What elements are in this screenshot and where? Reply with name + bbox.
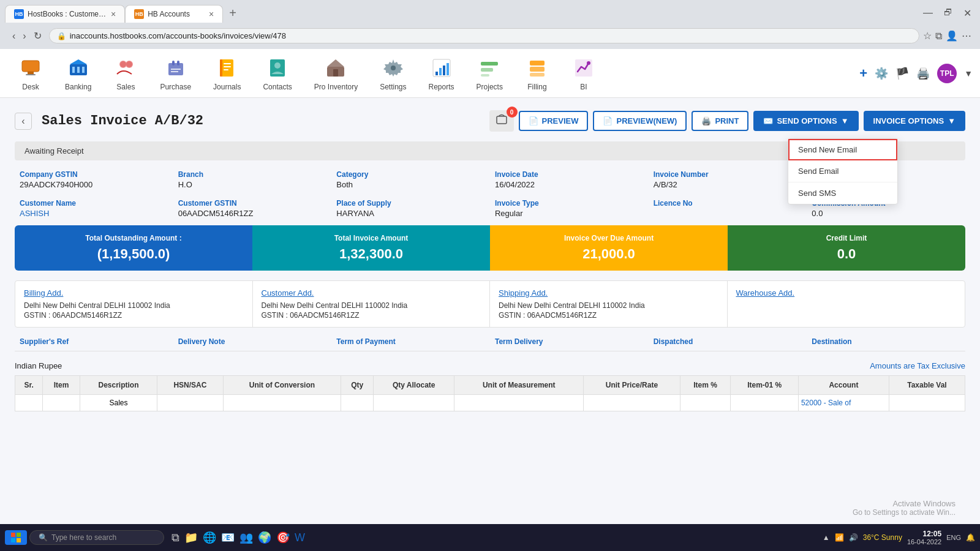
col-item-pct: Item % — [680, 376, 731, 395]
preview-new-button[interactable]: 📄 PREVIEW(NEW) — [593, 111, 687, 131]
tab1-label: HostBooks : Customer Portal — [28, 10, 107, 18]
notifications-button[interactable]: 0 — [489, 110, 514, 132]
print-button[interactable]: 🖨️ PRINT — [692, 111, 748, 131]
invoice-options-button[interactable]: INVOICE OPTIONS ▼ — [864, 111, 965, 131]
browser-chrome: HB HostBooks : Customer Portal × HB HB A… — [0, 0, 980, 49]
customer-name-value: ASHISH — [20, 209, 168, 218]
badge-count: 0 — [507, 107, 518, 118]
term-of-payment-label: Term of Payment — [331, 337, 490, 346]
nav-avatar[interactable]: TPL — [937, 64, 957, 83]
back-nav-btn[interactable]: ‹ — [10, 28, 18, 44]
svg-rect-13 — [172, 61, 175, 66]
projects-icon — [477, 56, 502, 80]
dropdown-send-sms[interactable]: Send SMS — [788, 182, 897, 204]
bookmark-btn[interactable]: ☆ — [923, 30, 932, 42]
col-sr: Sr. — [15, 376, 43, 395]
company-gstin-value: 29AADCK7940H000 — [20, 180, 168, 189]
col-item01-pct: Item-01 % — [731, 376, 799, 395]
browser-actions: ☆ ⧉ 👤 ⋯ — [919, 30, 975, 42]
minimize-btn[interactable]: — — [919, 6, 937, 20]
nav-add-btn[interactable]: + — [859, 66, 867, 81]
nav-settings-btn[interactable]: ⚙️ — [875, 67, 888, 80]
sidebar-item-journals[interactable]: Journals — [202, 51, 252, 96]
customer-gstin-value: 06AADCM5146R1ZZ — [178, 209, 327, 218]
svg-rect-39 — [530, 73, 545, 77]
tab1-favicon: HB — [14, 9, 24, 19]
svg-marker-4 — [70, 59, 87, 64]
address-bar-row: ‹ › ↻ 🔒 inaccounts.hostbooks.com/account… — [0, 23, 980, 49]
category-value: Both — [336, 180, 485, 189]
send-email-label: Send Email — [798, 167, 839, 176]
warehouse-address-block: Warehouse Add. — [728, 281, 965, 327]
tab2-close[interactable]: × — [209, 9, 214, 19]
contacts-icon — [265, 56, 290, 80]
reload-btn[interactable]: ↻ — [31, 28, 44, 44]
svg-rect-37 — [530, 61, 545, 66]
billing-address-line1: Delhi New Delhi Central DELHI 110002 Ind… — [24, 300, 244, 311]
shipping-address-link[interactable]: Shipping Add. — [499, 288, 718, 298]
sidebar-item-projects[interactable]: Projects — [466, 51, 514, 96]
svg-rect-34 — [481, 62, 498, 66]
sidebar-item-settings[interactable]: Settings — [369, 51, 417, 96]
nav-expand-btn[interactable]: ▼ — [964, 69, 973, 78]
settings-label: Settings — [380, 83, 406, 91]
sidebar-item-reports[interactable]: Reports — [418, 51, 466, 96]
warehouse-address-link[interactable]: Warehouse Add. — [736, 288, 957, 298]
credit-limit-card: Credit Limit 0.0 — [728, 225, 965, 271]
tab1-close[interactable]: × — [111, 9, 116, 19]
add-tab-button[interactable]: + — [223, 4, 243, 23]
maximize-btn[interactable]: 🗗 — [940, 6, 956, 20]
customer-address-block: Customer Add. Delhi New Delhi Central DE… — [253, 281, 491, 327]
svg-rect-32 — [443, 66, 445, 75]
filling-icon — [525, 56, 549, 80]
svg-rect-5 — [72, 67, 75, 73]
billing-address-link[interactable]: Billing Add. — [24, 288, 244, 298]
url-bar[interactable]: 🔒 inaccounts.hostbooks.com/accounts-book… — [49, 28, 919, 43]
preview-button[interactable]: 📄 PREVIEW — [519, 111, 589, 131]
invoice-amount-value: 1,32,300.0 — [265, 246, 478, 262]
sidebar-item-desk[interactable]: Desk — [7, 51, 54, 96]
nav-print-btn[interactable]: 🖨️ — [916, 67, 930, 80]
send-options-chevron: ▼ — [841, 116, 849, 126]
forward-nav-btn[interactable]: › — [20, 28, 28, 44]
reports-label: Reports — [429, 83, 454, 91]
nav-avatar-text: TPL — [940, 69, 954, 78]
col-qty: Qty — [341, 376, 374, 395]
suppliers-ref-label: Supplier's Ref — [15, 337, 173, 346]
col-account: Account — [798, 376, 889, 395]
invoice-amount-label: Total Invoice Amount — [265, 234, 478, 242]
dropdown-send-new-email[interactable]: Send New Email — [788, 139, 897, 160]
print-icon: 🖨️ — [701, 116, 711, 126]
dropdown-send-email[interactable]: Send Email — [788, 160, 897, 182]
back-button[interactable]: ‹ — [15, 113, 32, 130]
main-content: ‹ Sales Invoice A/B/32 0 📄 PREVIEW 📄 PRE… — [0, 98, 980, 529]
send-options-button[interactable]: ✉️ SEND OPTIONS ▼ — [753, 111, 858, 131]
svg-rect-31 — [439, 68, 442, 75]
sidebar-item-filling[interactable]: Filling — [514, 51, 560, 96]
sidebar-item-sales[interactable]: Sales — [102, 51, 149, 96]
extension-btn[interactable]: ⋯ — [962, 30, 971, 42]
browser-tab-2[interactable]: HB HB Accounts × — [125, 5, 223, 23]
sidebar-btn[interactable]: ⧉ — [935, 31, 942, 42]
sidebar-item-bi[interactable]: BI — [560, 51, 607, 96]
desk-icon — [18, 56, 43, 80]
company-gstin-field: Company GSTIN 29AADCK7940H000 — [15, 170, 173, 189]
customer-address-link[interactable]: Customer Add. — [262, 288, 481, 298]
nav-flag-btn[interactable]: 🏴 — [895, 67, 909, 80]
sidebar-item-contacts[interactable]: Contacts — [252, 51, 303, 96]
col-qty-alloc: Qty Allocate — [374, 376, 454, 395]
currency-row: Indian Rupee Amounts are Tax Exclusive — [15, 361, 965, 370]
sidebar-item-purchase[interactable]: Purchase — [149, 51, 202, 96]
close-btn[interactable]: ✕ — [960, 6, 975, 20]
shipping-address-gstin: GSTIN : 06AADCM5146R1ZZ — [499, 311, 718, 320]
col-description: Description — [80, 376, 157, 395]
ref-row: Supplier's Ref Delivery Note Term of Pay… — [15, 337, 965, 351]
taskbar: 🔍 Type here to search ⧉ 📁 🌐 📧 👥 🌍 🎯 W ▲ … — [0, 524, 980, 529]
outstanding-amount-card: Total Outstanding Amount : (1,19,500.0) — [15, 225, 252, 271]
sidebar-item-pro-inventory[interactable]: Pro Inventory — [303, 51, 369, 96]
browser-tab-1[interactable]: HB HostBooks : Customer Portal × — [5, 5, 125, 23]
svg-rect-19 — [224, 66, 231, 67]
profile-btn[interactable]: 👤 — [946, 30, 958, 42]
sidebar-item-banking[interactable]: Banking — [54, 51, 102, 96]
invoice-number-field: Invoice Number A/B/32 — [649, 170, 807, 189]
